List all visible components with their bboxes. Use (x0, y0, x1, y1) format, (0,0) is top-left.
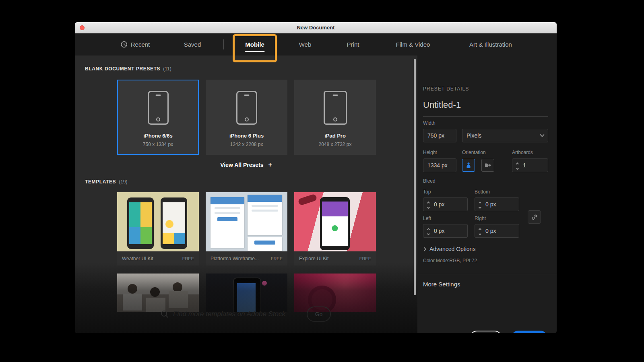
height-value: 1334 px (427, 162, 448, 169)
create-button[interactable]: Create (511, 331, 547, 333)
clock-icon (121, 41, 128, 48)
preset-details-panel: PRESET DETAILS Untitled-1 Width 750 px P… (417, 56, 557, 333)
section-count: (11) (163, 66, 171, 72)
template-card-partial[interactable] (117, 274, 199, 312)
presets-content-area: BLANK DOCUMENT PRESETS (11) iPhone 6/6s … (75, 56, 417, 333)
bleed-top-value: 0 px (434, 201, 444, 208)
artboards-stepper[interactable]: 1 (512, 158, 548, 172)
height-label: Height (423, 150, 437, 155)
template-thumbnail (294, 274, 376, 312)
portrait-person-icon (466, 162, 471, 169)
tab-label: Art & Illustration (469, 41, 512, 48)
units-dropdown[interactable]: Pixels (462, 129, 548, 142)
bleed-top-label: Top (423, 189, 431, 195)
stepper-chevrons[interactable] (512, 162, 522, 169)
close-window-button[interactable] (80, 25, 85, 30)
tab-film-video[interactable]: Film & Video (396, 33, 430, 56)
preset-card-iphone-6-plus[interactable]: iPhone 6 Plus 1242 x 2208 px (206, 80, 287, 155)
orientation-landscape-button[interactable] (481, 159, 494, 172)
tab-bar: Recent Saved Mobile Web Print Film & Vid… (75, 33, 557, 56)
bleed-left-value: 0 px (434, 228, 444, 234)
phone-icon (148, 91, 169, 125)
template-name: Explore UI Kit (299, 256, 328, 261)
bleed-left-stepper[interactable]: 0 px (423, 224, 468, 238)
orientation-portrait-button[interactable] (462, 159, 475, 172)
template-card-weather-ui-kit[interactable]: Weather UI Kit FREE (117, 192, 199, 265)
chevron-down-icon (540, 132, 544, 137)
blank-presets-header: BLANK DOCUMENT PRESETS (11) (85, 66, 171, 72)
plus-icon: + (268, 161, 272, 168)
preset-card-iphone-6-6s[interactable]: iPhone 6/6s 750 x 1334 px (117, 80, 199, 155)
color-mode-info: Color Mode:RGB, PPI:72 (423, 258, 477, 263)
bleed-right-stepper[interactable]: 0 px (475, 224, 519, 238)
template-thumbnail (117, 274, 199, 312)
close-button[interactable]: Close (470, 331, 502, 333)
document-name-field[interactable]: Untitled-1 (423, 100, 548, 117)
template-label-row: Weather UI Kit FREE (117, 251, 199, 265)
bleed-right-label: Right (475, 216, 486, 221)
preset-name: iPhone 6 Plus (229, 133, 264, 139)
bleed-bottom-value: 0 px (485, 201, 496, 208)
height-input[interactable]: 1334 px (423, 158, 456, 172)
go-button[interactable]: Go (307, 306, 331, 322)
advanced-options-toggle[interactable]: Advanced Options (423, 246, 475, 252)
stepper-chevrons[interactable] (475, 227, 485, 235)
bleed-right-value: 0 px (485, 228, 496, 234)
view-all-label: View All Presets (220, 162, 263, 168)
template-card-partial[interactable] (206, 274, 287, 312)
tab-saved[interactable]: Saved (184, 33, 201, 56)
window-title: New Document (75, 22, 557, 33)
preset-size: 1242 x 2208 px (230, 142, 263, 147)
bleed-bottom-label: Bottom (475, 189, 490, 195)
stepper-chevrons[interactable] (423, 201, 433, 208)
template-name: Platforma Wireframe... (211, 256, 259, 261)
template-card-platforma-wireframe[interactable]: Platforma Wireframe... FREE (206, 192, 287, 265)
tab-art-illustration[interactable]: Art & Illustration (469, 33, 512, 56)
view-all-presets-link[interactable]: View All Presets+ (75, 161, 417, 169)
bleed-top-stepper[interactable]: 0 px (423, 197, 468, 211)
tab-recent[interactable]: Recent (121, 33, 150, 56)
tab-label: Print (347, 41, 359, 48)
template-price-badge: FREE (271, 256, 283, 261)
template-price-badge: FREE (182, 256, 194, 261)
tab-print[interactable]: Print (347, 33, 359, 56)
stepper-chevrons[interactable] (475, 201, 485, 208)
landscape-person-icon (485, 162, 491, 169)
bleed-bottom-stepper[interactable]: 0 px (475, 197, 519, 211)
titlebar[interactable]: New Document (75, 22, 557, 33)
tab-label: Web (299, 41, 312, 48)
panel-divider (417, 274, 557, 274)
template-search-input[interactable] (173, 308, 306, 320)
template-card-partial[interactable] (294, 274, 376, 312)
link-bleed-values-button[interactable] (528, 210, 541, 224)
bleed-left-label: Left (423, 216, 431, 221)
width-value: 750 px (427, 132, 444, 139)
scrollbar[interactable] (414, 59, 416, 295)
template-thumbnail (206, 274, 287, 312)
stepper-chevrons[interactable] (423, 227, 433, 235)
artboards-value: 1 (523, 162, 526, 169)
template-label-row: Explore UI Kit FREE (294, 251, 376, 265)
preset-card-ipad-pro[interactable]: iPad Pro 2048 x 2732 px (294, 80, 376, 155)
width-input[interactable]: 750 px (423, 129, 456, 142)
preset-size: 2048 x 2732 px (318, 142, 351, 147)
tab-web[interactable]: Web (299, 33, 312, 56)
tab-label: Mobile (245, 41, 264, 48)
more-settings-link[interactable]: More Settings (423, 281, 460, 288)
template-thumbnail (117, 192, 199, 251)
units-value: Pixels (466, 132, 481, 139)
tab-mobile[interactable]: Mobile (245, 33, 264, 56)
template-name: Weather UI Kit (122, 256, 153, 261)
orientation-label: Orientation (462, 150, 486, 155)
tab-label: Recent (131, 41, 150, 48)
advanced-options-label: Advanced Options (429, 246, 475, 252)
chain-link-icon (531, 214, 538, 220)
chevron-right-icon (423, 247, 427, 251)
preset-name: iPhone 6/6s (143, 133, 172, 139)
template-price-badge: FREE (359, 256, 371, 261)
tab-label: Saved (184, 41, 201, 48)
search-icon (160, 310, 169, 320)
template-card-explore-ui-kit[interactable]: Explore UI Kit FREE (294, 192, 376, 265)
bleed-label: Bleed (423, 178, 436, 184)
templates-header: TEMPLATES (19) (85, 179, 128, 185)
